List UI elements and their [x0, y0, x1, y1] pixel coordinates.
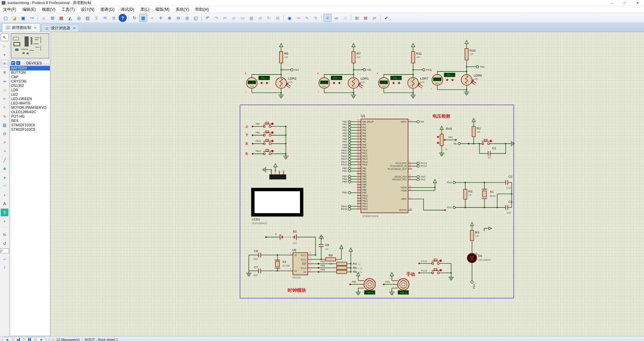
- goto-component-icon[interactable]: ◉: [285, 14, 294, 22]
- resistor-R1[interactable]: [472, 126, 476, 136]
- pot-down-button[interactable]: [437, 142, 439, 144]
- library-button[interactable]: L: [16, 61, 20, 65]
- terminal-[interactable]: [348, 132, 350, 134]
- rotate-cw-icon[interactable]: ↻: [1, 231, 8, 239]
- terminal-[interactable]: [348, 149, 350, 152]
- terminal-[interactable]: [348, 138, 350, 140]
- resistor-R3[interactable]: [470, 230, 474, 241]
- resistor-R9[interactable]: [326, 258, 336, 261]
- virtual-instrument-mode-icon[interactable]: ◔: [1, 147, 8, 155]
- active-popup-mode-icon[interactable]: ▤: [1, 121, 8, 129]
- button-indicator[interactable]: [439, 259, 442, 262]
- resistor-R11[interactable]: [411, 52, 415, 63]
- pick-devices-button[interactable]: P: [11, 61, 15, 65]
- schematic-capture-icon[interactable]: ⊞: [49, 14, 57, 22]
- power-arrow[interactable]: [340, 245, 343, 249]
- power-arrow[interactable]: [349, 248, 352, 251]
- menu-库L[interactable]: 库(L): [137, 6, 152, 13]
- terminal-[interactable]: [417, 162, 419, 164]
- terminal-PA6[interactable]: [476, 66, 479, 68]
- device-item-res[interactable]: RES: [10, 119, 50, 123]
- pcb-layout-icon[interactable]: ▦: [57, 14, 65, 22]
- ldr-up-button[interactable]: [452, 79, 454, 81]
- net-node[interactable]: [265, 236, 267, 238]
- device-item-led-white[interactable]: LED-WHITE: [10, 101, 50, 105]
- tab-design-explorer-close-icon[interactable]: ✕: [73, 26, 75, 30]
- terminal-[interactable]: [348, 167, 350, 169]
- resistor-R5[interactable]: [279, 52, 283, 63]
- power-arrow[interactable]: [472, 118, 476, 122]
- ldr-up-button[interactable]: [338, 82, 340, 84]
- copy-icon[interactable]: ▱: [230, 14, 238, 22]
- button-indicator[interactable]: [439, 269, 442, 271]
- wire[interactable]: [336, 253, 341, 259]
- symbol-2d-icon[interactable]: S: [1, 209, 8, 216]
- ground-symbol[interactable]: [389, 290, 395, 295]
- button-indicator[interactable]: [271, 123, 274, 125]
- bill-of-materials-icon[interactable]: ▤: [84, 14, 92, 22]
- undo-icon[interactable]: ↶: [204, 14, 212, 22]
- device-item-ds1302[interactable]: DS1302: [10, 84, 50, 88]
- import-project-icon[interactable]: ↪: [28, 14, 36, 22]
- wire[interactable]: [480, 144, 488, 153]
- text-script-mode-icon[interactable]: ≡: [1, 68, 8, 76]
- net-node[interactable]: [318, 271, 319, 273]
- terminal-[interactable]: [417, 178, 419, 181]
- message-count[interactable]: 12 Message(s): [56, 338, 80, 341]
- wire-label-mode-icon[interactable]: LBL: [1, 60, 8, 67]
- net-node[interactable]: [468, 143, 469, 144]
- selection-mode-icon[interactable]: ↖: [1, 33, 8, 41]
- power-branch[interactable]: [484, 228, 489, 231]
- pot-RV5[interactable]: [437, 134, 446, 146]
- terminal-[interactable]: [348, 208, 350, 210]
- play-button[interactable]: ▶: [3, 337, 12, 341]
- device-item-led[interactable]: LED: [10, 92, 50, 97]
- marker-2d-icon[interactable]: +: [1, 217, 8, 225]
- terminal-[interactable]: [348, 152, 350, 154]
- power-arrow[interactable]: [411, 43, 415, 47]
- power-arrow[interactable]: [470, 222, 474, 226]
- ldr-up-button[interactable]: [398, 82, 400, 84]
- pause-button[interactable]: ▌▌: [25, 337, 35, 341]
- flip-vertical-icon[interactable]: ↕: [1, 263, 8, 271]
- terminal-[interactable]: [348, 175, 350, 178]
- power-arrow[interactable]: [433, 179, 437, 183]
- junction-dot-mode-icon[interactable]: +: [1, 51, 8, 59]
- component-mode-icon[interactable]: ▷: [1, 42, 8, 50]
- menu-模版M[interactable]: 模版(M): [152, 6, 173, 13]
- ldr-down-button[interactable]: [260, 82, 263, 84]
- wire[interactable]: [412, 199, 445, 210]
- ldr-down-button[interactable]: [393, 82, 395, 84]
- net-node[interactable]: [318, 263, 319, 265]
- block-delete-icon[interactable]: ⊠: [274, 14, 282, 22]
- terminal-[interactable]: [417, 176, 419, 178]
- step-button[interactable]: ▶▌: [14, 337, 24, 341]
- wire[interactable]: [296, 237, 315, 255]
- menu-编辑E[interactable]: 编辑(E): [19, 6, 39, 13]
- close-button[interactable]: ✕: [631, 0, 644, 6]
- minimize-button[interactable]: –: [606, 0, 618, 6]
- power-arrow[interactable]: [390, 273, 394, 276]
- power-arrow[interactable]: [465, 40, 468, 44]
- save-project-icon[interactable]: ▣: [19, 14, 27, 22]
- text-2d-icon[interactable]: A: [1, 200, 8, 208]
- device-item-cap[interactable]: CAP: [10, 75, 50, 79]
- ground-symbol[interactable]: [246, 271, 251, 276]
- power-arrow[interactable]: [279, 43, 283, 47]
- device-pin-mode-icon[interactable]: ⊦: [1, 103, 8, 111]
- ground-symbol[interactable]: [356, 290, 361, 295]
- stop-button[interactable]: ■: [36, 337, 46, 341]
- device-item-led-green[interactable]: LED-GREEN: [10, 97, 50, 101]
- servo-motor-PB0[interactable]: [364, 279, 375, 290]
- menu-图表G[interactable]: 图表(G): [97, 6, 117, 13]
- 3d-visualizer-icon[interactable]: ◭: [66, 14, 74, 22]
- terminal-[interactable]: [348, 178, 350, 180]
- resistor-R6[interactable]: [337, 266, 347, 270]
- ground-symbol[interactable]: [263, 167, 268, 172]
- terminal-[interactable]: [348, 129, 350, 131]
- ground-symbol[interactable]: [283, 154, 288, 159]
- terminal-PA7[interactable]: [423, 69, 425, 71]
- ldr-down-button[interactable]: [446, 79, 448, 81]
- power-arrow[interactable]: [274, 163, 277, 167]
- ground-symbol[interactable]: [318, 235, 324, 241]
